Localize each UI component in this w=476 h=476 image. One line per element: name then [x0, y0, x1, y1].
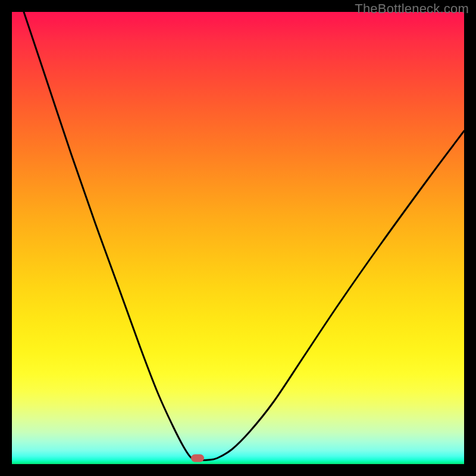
plot-area — [12, 12, 464, 464]
watermark-label: TheBottleneck.com — [355, 1, 469, 17]
optimum-marker — [191, 455, 204, 462]
bottleneck-curve — [12, 12, 464, 464]
chart-frame: TheBottleneck.com — [0, 0, 476, 476]
